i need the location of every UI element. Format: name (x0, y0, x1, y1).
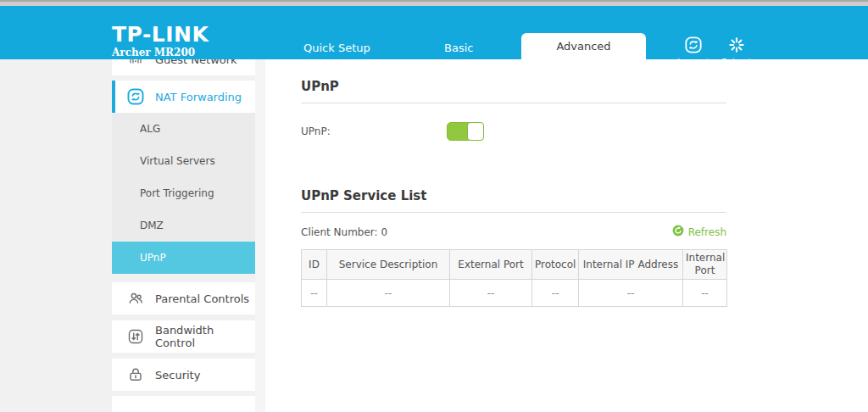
sidebar-item-security[interactable]: Security (112, 359, 255, 391)
security-lock-icon (127, 366, 144, 383)
sidebar-item-label: NAT Forwarding (155, 91, 242, 103)
tab-advanced-label: Advanced (556, 40, 610, 53)
logout-icon (685, 41, 702, 57)
upnp-service-table: ID Service Description External Port Pro… (301, 249, 727, 307)
refresh-button[interactable]: Refresh (672, 225, 726, 239)
reboot-icon (728, 41, 745, 57)
tab-advanced[interactable]: Advanced (521, 33, 646, 59)
refresh-label: Refresh (688, 226, 726, 238)
col-header-internal-port: Internal Port (683, 250, 727, 280)
browser-chrome-strip (0, 0, 868, 6)
section-divider (301, 212, 726, 213)
refresh-icon (672, 225, 684, 239)
sidebar-item-bandwidth-control[interactable]: Bandwidth Control (112, 320, 255, 353)
upnp-toggle-row: UPnP: (301, 122, 726, 141)
section-divider (301, 103, 726, 103)
sidebar-item-parental-controls[interactable]: Parental Controls (112, 282, 255, 315)
router-model-label: Archer MR200 (112, 47, 209, 58)
tab-quick-setup[interactable]: Quick Setup (303, 42, 370, 54)
submenu-item-alg[interactable]: ALG (112, 113, 255, 145)
parental-controls-icon (127, 290, 144, 307)
logout-label: Log out (671, 58, 715, 67)
submenu-item-upnp[interactable]: UPnP (112, 242, 255, 274)
submenu-item-virtual-servers[interactable]: Virtual Servers (112, 145, 255, 177)
cell-service-description: -- (327, 280, 450, 307)
app-header: TP-LINK Archer MR200 Quick Setup Basic A… (0, 6, 868, 59)
col-header-external-port: External Port (450, 250, 532, 280)
cell-internal-ip: -- (579, 280, 683, 307)
nat-forwarding-submenu: ALG Virtual Servers Port Triggering DMZ … (112, 113, 255, 274)
table-row: -- -- -- -- -- -- (302, 280, 727, 307)
sidebar-scrollbar-track[interactable] (255, 59, 265, 412)
cell-external-port: -- (450, 280, 532, 307)
tab-basic[interactable]: Basic (444, 42, 473, 54)
sidebar-item-nat-forwarding[interactable]: NAT Forwarding (112, 81, 255, 113)
cell-protocol: -- (532, 280, 579, 307)
submenu-item-dmz[interactable]: DMZ (112, 209, 255, 242)
cell-internal-port: -- (683, 280, 727, 307)
sidebar-item-label: Security (155, 369, 200, 381)
upnp-toggle-knob (467, 122, 484, 141)
logo-wordmark: TP-LINK (112, 24, 209, 45)
client-number-label: Client Number: 0 (301, 226, 387, 238)
client-number-row: Client Number: 0 Refresh (301, 225, 726, 239)
logout-button[interactable]: Log out (671, 36, 715, 67)
sidebar-nav: Guest Network NAT Forwarding ALG Virtual… (112, 49, 255, 412)
main-content: UPnP UPnP: UPnP Service List Client Numb… (265, 59, 868, 412)
cell-id: -- (302, 280, 327, 307)
service-list-section-title: UPnP Service List (301, 188, 726, 203)
sidebar-item-label: Parental Controls (155, 292, 249, 305)
sidebar-item-partial[interactable] (112, 396, 255, 412)
sidebar-item-label: Bandwidth Control (155, 324, 255, 349)
col-header-service-description: Service Description (327, 250, 450, 280)
upnp-toggle[interactable] (447, 122, 484, 141)
upnp-section-title: UPnP (301, 79, 726, 94)
submenu-item-port-triggering[interactable]: Port Triggering (112, 177, 255, 209)
bandwidth-control-icon (127, 328, 144, 345)
table-header-row: ID Service Description External Port Pro… (302, 250, 727, 280)
reboot-button[interactable]: Reboot (715, 36, 759, 67)
upnp-toggle-label: UPnP: (301, 125, 447, 137)
reboot-label: Reboot (715, 58, 759, 67)
col-header-id: ID (302, 250, 327, 280)
nat-forwarding-icon (127, 88, 144, 105)
col-header-internal-ip: Internal IP Address (579, 250, 683, 280)
col-header-protocol: Protocol (532, 250, 579, 280)
tp-link-logo: TP-LINK Archer MR200 (112, 24, 209, 58)
